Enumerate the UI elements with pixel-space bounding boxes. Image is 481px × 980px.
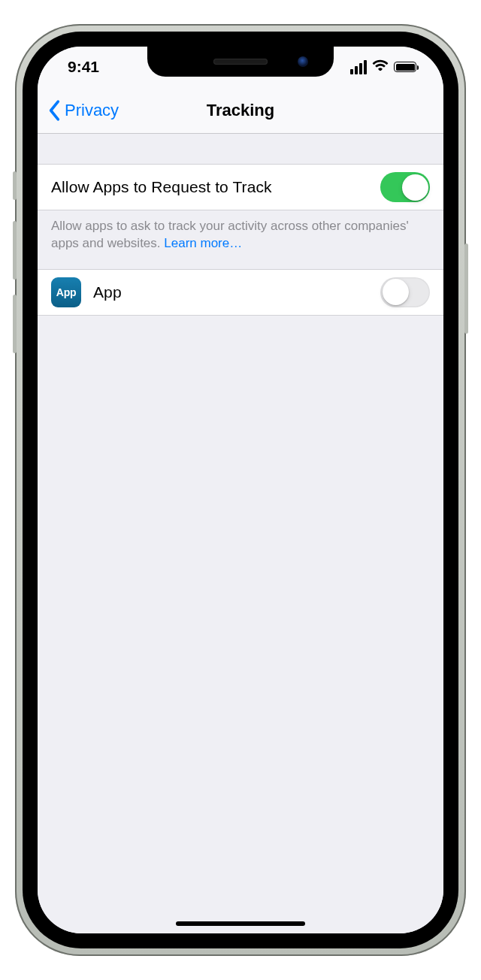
status-icons [350, 59, 422, 74]
physical-volume-down [13, 295, 17, 353]
app-name-label: App [93, 283, 368, 301]
status-time: 9:41 [59, 58, 99, 76]
battery-icon [394, 62, 416, 72]
page-title: Tracking [207, 101, 274, 120]
allow-tracking-label: Allow Apps to Request to Track [51, 178, 380, 196]
front-camera [298, 56, 308, 67]
app-tracking-switch[interactable] [380, 277, 430, 307]
app-tracking-cell: App App [38, 269, 443, 316]
settings-content[interactable]: Allow Apps to Request to Track Allow app… [38, 134, 443, 933]
phone-frame: 9:41 Privacy [15, 24, 466, 956]
back-label: Privacy [65, 101, 119, 120]
physical-mute-switch [13, 171, 17, 200]
allow-tracking-switch[interactable] [380, 172, 430, 202]
allow-tracking-footer: Allow apps to ask to track your activity… [38, 210, 443, 269]
allow-tracking-cell: Allow Apps to Request to Track [38, 164, 443, 210]
physical-side-button [464, 243, 468, 334]
app-icon: App [51, 277, 81, 307]
back-button[interactable]: Privacy [41, 87, 125, 133]
wifi-icon [372, 59, 389, 74]
home-indicator[interactable] [176, 921, 305, 926]
speaker-grille [213, 59, 268, 65]
learn-more-link[interactable]: Learn more… [164, 236, 242, 250]
cellular-signal-icon [350, 60, 367, 74]
notch [147, 47, 334, 77]
physical-volume-up [13, 221, 17, 280]
nav-bar: Privacy Tracking [38, 87, 443, 134]
chevron-left-icon [47, 99, 63, 122]
screen: 9:41 Privacy [38, 47, 443, 933]
